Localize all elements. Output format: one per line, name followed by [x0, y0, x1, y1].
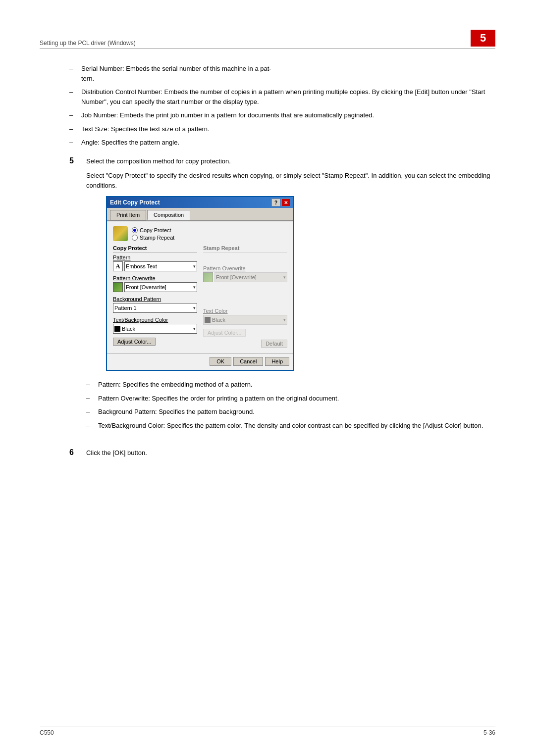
- list-item: – Pattern Overwrite: Specifies the order…: [86, 394, 495, 403]
- dialog-wrapper: Edit Copy Protect ? ✕ Print Item Composi…: [106, 196, 495, 371]
- bg-pattern-select-row: Pattern 1 ▾: [113, 303, 197, 313]
- text-bg-color-arrow: ▾: [193, 326, 196, 331]
- bullet-dash: –: [86, 421, 95, 431]
- bullet-text: Serial Number: Embeds the serial number …: [81, 64, 495, 83]
- bullet-text: Job Number: Embeds the print job number …: [81, 110, 495, 120]
- pattern-overwrite-arrow: ▾: [193, 285, 196, 290]
- stamp-text-color-select-row: Black ▾: [203, 315, 287, 325]
- dialog-tabs: Print Item Composition: [107, 208, 293, 221]
- page: Setting up the PCL driver (Windows) 5 – …: [0, 0, 535, 756]
- list-item: – Serial Number: Embeds the serial numbe…: [69, 64, 495, 83]
- pattern-select[interactable]: Emboss Text ▾: [124, 261, 197, 271]
- black-swatch-left: [114, 326, 120, 332]
- dialog-footer: OK Cancel Help: [107, 353, 293, 370]
- bullet-text: Background Pattern: Specifies the patter…: [98, 407, 495, 417]
- dialog-icon: [113, 226, 128, 241]
- step-6: 6 Click the [OK] button.: [69, 448, 495, 463]
- cancel-button[interactable]: Cancel: [233, 357, 263, 366]
- bullet-dash: –: [69, 87, 78, 97]
- dialog-close-button[interactable]: ✕: [281, 199, 290, 206]
- step-5-text1: Select the composition method for copy p…: [86, 156, 495, 166]
- help-button[interactable]: Help: [265, 357, 289, 366]
- bullet-dash: –: [69, 138, 78, 148]
- pattern-label: Pattern: [113, 254, 197, 260]
- text-bg-color-value: Black: [122, 326, 135, 332]
- pattern-select-row: A Emboss Text ▾: [113, 261, 197, 271]
- radio-stamp-repeat-label: Stamp Repeat: [140, 235, 174, 241]
- adjust-color-button-left[interactable]: Adjust Color...: [113, 338, 156, 346]
- bg-pattern-label: Background Pattern: [113, 296, 197, 302]
- pattern-overwrite-select[interactable]: Front [Overwrite] ▾: [124, 282, 197, 292]
- radio-stamp-repeat[interactable]: [132, 235, 138, 241]
- stamp-text-color-value: Black: [212, 317, 225, 323]
- stamp-repeat-column: Stamp Repeat Pattern Overwrite: [203, 245, 287, 349]
- stamp-pattern-overwrite-arrow: ▾: [283, 275, 286, 280]
- bullet-dash: –: [69, 124, 78, 134]
- step-5-content: Select the composition method for copy p…: [86, 156, 495, 440]
- bullet-dash: –: [86, 407, 95, 417]
- tab-print-item[interactable]: Print Item: [110, 210, 146, 220]
- list-item: – Angle: Specifies the pattern angle.: [69, 138, 495, 148]
- stamp-text-color-section: Text Color Black ▾: [203, 308, 287, 325]
- tab-composition[interactable]: Composition: [147, 210, 190, 220]
- bullet-dash: –: [86, 380, 95, 390]
- radio-copy-protect-label: Copy Protect: [140, 227, 171, 233]
- bullet-dash: –: [69, 64, 78, 74]
- adjust-color-button-right: Adjust Color...: [203, 329, 246, 337]
- default-button[interactable]: Default: [261, 340, 287, 348]
- step-6-content: Click the [OK] button.: [86, 448, 495, 463]
- main-content: – Serial Number: Embeds the serial numbe…: [69, 64, 495, 463]
- list-item: – Background Pattern: Specifies the patt…: [86, 407, 495, 417]
- text-bg-color-label: Text/Background Color: [113, 317, 197, 323]
- bullet-text: Text Size: Specifies the text size of a …: [81, 124, 495, 134]
- stamp-repeat-title: Stamp Repeat: [203, 245, 287, 252]
- stamp-text-color-arrow: ▾: [283, 317, 286, 322]
- stamp-text-color-label: Text Color: [203, 308, 287, 314]
- bullet-text: Pattern: Specifies the embedding method …: [98, 380, 495, 390]
- list-item: – Text Size: Specifies the text size of …: [69, 124, 495, 134]
- pattern-field-section: Pattern A Emboss Text ▾: [113, 254, 197, 271]
- radio-group: Copy Protect Stamp Repeat: [132, 227, 174, 241]
- stamp-pattern-overwrite-select-row: Front [Overwrite] ▾: [203, 272, 287, 282]
- letter-a-icon: A: [113, 261, 123, 271]
- text-bg-color-field-section: Text/Background Color Black ▾: [113, 317, 197, 334]
- pattern-overwrite-field-section: Pattern Overwrite Front [Overwrite] ▾: [113, 275, 197, 292]
- page-header: Setting up the PCL driver (Windows) 5: [40, 30, 495, 49]
- bullet-text: Pattern Overwrite: Specifies the order f…: [98, 394, 495, 403]
- step-6-number: 6: [69, 448, 84, 457]
- bullet-dash: –: [69, 110, 78, 120]
- pattern-select-arrow: ▾: [193, 264, 196, 269]
- copy-protect-column: Copy Protect Pattern A Emboss Text: [113, 245, 197, 349]
- page-number-badge: 5: [471, 30, 495, 47]
- bg-pattern-field-section: Background Pattern Pattern 1 ▾: [113, 296, 197, 313]
- dialog-titlebar-controls: ? ✕: [271, 199, 290, 206]
- stamp-pattern-overwrite-label: Pattern Overwrite: [203, 265, 287, 271]
- adjust-color-row-left: Adjust Color...: [113, 338, 197, 346]
- copy-protect-title: Copy Protect: [113, 245, 197, 252]
- dialog-columns: Copy Protect Pattern A Emboss Text: [113, 245, 287, 349]
- top-bullet-list: – Serial Number: Embeds the serial numbe…: [69, 64, 495, 148]
- step-6-text: Click the [OK] button.: [86, 448, 495, 458]
- pattern-overwrite-label: Pattern Overwrite: [113, 275, 197, 281]
- list-item: – Job Number: Embeds the print job numbe…: [69, 110, 495, 120]
- bullet-dash: –: [86, 394, 95, 403]
- ok-button[interactable]: OK: [210, 357, 231, 366]
- bg-pattern-select[interactable]: Pattern 1 ▾: [113, 303, 197, 313]
- footer-left: C550: [40, 729, 54, 736]
- bg-pattern-arrow: ▾: [193, 305, 196, 310]
- green-pattern-icon: [113, 282, 123, 292]
- dialog-help-button[interactable]: ?: [271, 199, 280, 206]
- stamp-text-color-select: Black ▾: [203, 315, 287, 325]
- dialog-body: Copy Protect Stamp Repeat: [107, 221, 293, 353]
- step-5: 5 Select the composition method for copy…: [69, 156, 495, 440]
- list-item: – Distribution Control Number: Embeds th…: [69, 87, 495, 106]
- step-5-number: 5: [69, 156, 84, 165]
- pattern-overwrite-select-row: Front [Overwrite] ▾: [113, 282, 197, 292]
- bullet-text: Text/Background Color: Specifies the pat…: [98, 421, 495, 431]
- radio-copy-protect[interactable]: [132, 227, 138, 233]
- stamp-pattern-overwrite-section: Pattern Overwrite Front [Overwrite] ▾: [203, 254, 287, 282]
- footer-right: 5-36: [483, 729, 495, 736]
- stamp-pattern-overwrite-select: Front [Overwrite] ▾: [214, 272, 287, 282]
- header-title: Setting up the PCL driver (Windows): [40, 40, 136, 47]
- text-bg-color-select[interactable]: Black ▾: [113, 324, 197, 334]
